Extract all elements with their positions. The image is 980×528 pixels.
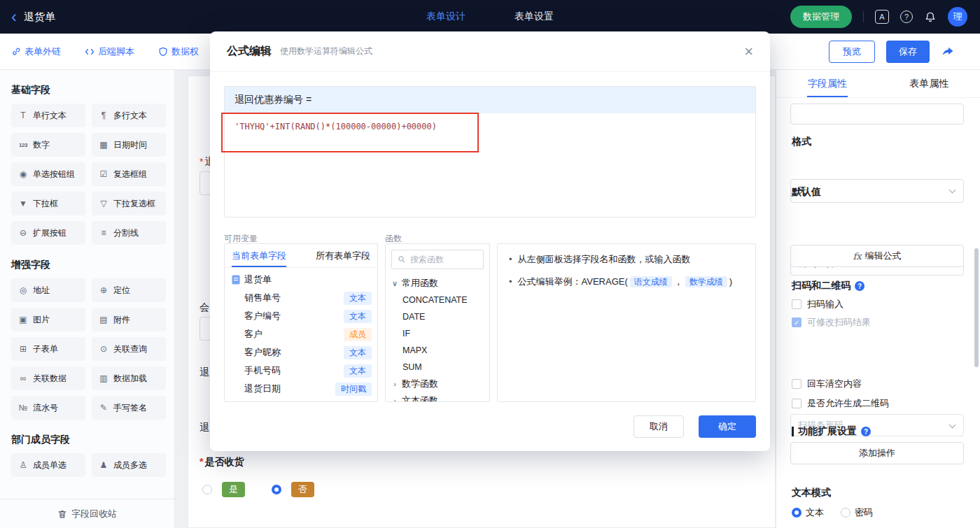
field-serial-number[interactable]: №流水号 <box>11 396 85 420</box>
enter-clear-label: 回车清空内容 <box>807 378 862 390</box>
field-linked-data[interactable]: ∞关联数据 <box>11 366 85 390</box>
topbar-right: 数据管理 A ? 理 <box>790 6 980 28</box>
function-item[interactable]: CONCATENATE <box>386 292 489 308</box>
formula-editor: 退回优惠券编号 = 'THYHQ'+INT(RAND()*(100000-000… <box>224 86 756 217</box>
help-icon[interactable]: ? <box>900 10 913 23</box>
variable-item[interactable]: 客户昵称文本 <box>225 343 377 362</box>
checkbox-unchecked[interactable] <box>792 299 802 309</box>
function-group-math[interactable]: › 数学函数 <box>386 376 489 392</box>
field-location[interactable]: ⊕定位 <box>92 278 166 302</box>
field-dropdown[interactable]: ▼下拉框 <box>11 192 85 215</box>
formula-code-area[interactable]: 'THYHQ'+INT(RAND()*(100000-00000)+00000) <box>225 113 755 217</box>
field-divider[interactable]: ≡分割线 <box>92 221 166 245</box>
radio-no-selected[interactable] <box>272 485 281 494</box>
example-field-chip: 数学成绩 <box>685 276 727 287</box>
field-label: 地址 <box>33 285 50 297</box>
translate-icon[interactable]: A <box>875 10 889 24</box>
bell-icon[interactable] <box>924 10 937 23</box>
field-subform[interactable]: ⊞子表单 <box>11 337 85 361</box>
cancel-button[interactable]: 取消 <box>634 415 684 438</box>
avatar[interactable]: 理 <box>948 7 967 27</box>
form-external-link[interactable]: 表单外链 <box>11 45 61 58</box>
tab-all-form-fields[interactable]: 所有表单字段 <box>316 244 370 267</box>
attachment-icon: ▤ <box>98 315 109 324</box>
backend-script-link[interactable]: 后端脚本 <box>85 45 134 58</box>
form-node[interactable]: 退货单 <box>225 271 377 289</box>
variable-item[interactable]: 手机号码文本 <box>225 362 377 380</box>
function-item[interactable]: DATE <box>386 308 489 325</box>
field-attachment[interactable]: ▤附件 <box>92 308 166 331</box>
close-icon[interactable]: × <box>744 44 753 59</box>
help-circle-icon[interactable]: ? <box>861 427 871 436</box>
field-extend-button[interactable]: ⊖扩展按钮 <box>11 221 85 245</box>
help-circle-icon[interactable]: ? <box>855 281 864 291</box>
back-icon[interactable]: ‹ <box>11 8 17 25</box>
tab-current-form-fields[interactable]: 当前表单字段 <box>232 244 286 267</box>
radio-selected[interactable] <box>792 508 802 518</box>
share-icon[interactable] <box>941 45 955 59</box>
data-manage-button[interactable]: 数据管理 <box>790 6 852 28</box>
field-multi-line-text[interactable]: ¶多行文本 <box>92 104 166 127</box>
field-label: 复选框组 <box>113 169 147 180</box>
formula-edit-modal: 公式编辑 使用数学运算符编辑公式 × 退回优惠券编号 = 'THYHQ'+INT… <box>210 31 770 451</box>
field-data-loading[interactable]: ▥数据加载 <box>92 366 166 390</box>
variable-item[interactable]: 销售单号文本 <box>225 289 377 307</box>
function-group-label: 数学函数 <box>402 378 438 390</box>
preview-button[interactable]: 预览 <box>829 41 875 63</box>
checkbox-unchecked[interactable] <box>792 399 802 408</box>
scan-input-checkbox-row[interactable]: 扫码输入 <box>792 298 844 311</box>
variable-item[interactable]: 退货日期时间戳 <box>225 380 377 398</box>
allow-qr-checkbox-row[interactable]: 是否允许生成二维码 <box>792 397 889 410</box>
field-linked-query[interactable]: ⊙关联查询 <box>92 337 166 361</box>
field-number[interactable]: 123数字 <box>11 133 85 157</box>
panel-scrollbar[interactable] <box>974 248 979 367</box>
save-button[interactable]: 保存 <box>886 41 930 63</box>
function-search-input[interactable] <box>410 255 473 264</box>
field-checkbox-group[interactable]: ☑复选框组 <box>92 162 166 186</box>
field-single-line-text[interactable]: T单行文本 <box>11 104 85 127</box>
function-item[interactable]: IF <box>386 325 489 342</box>
mode-option-text[interactable]: 文本 <box>792 506 824 519</box>
edit-formula-button[interactable]: fx 编辑公式 <box>790 245 964 267</box>
function-group-common[interactable]: ∨ 常用函数 <box>386 275 489 292</box>
clipped-field-label: 会 <box>200 301 209 314</box>
scan-editable-checkbox-row[interactable]: 可修改扫码结果 <box>792 316 871 329</box>
enter-clear-checkbox-row[interactable]: 回车清空内容 <box>792 378 862 390</box>
data-permission-link[interactable]: 数据权 <box>158 45 199 58</box>
add-action-button[interactable]: 添加操作 <box>790 442 964 464</box>
field-member-single[interactable]: ♙成员单选 <box>11 453 85 477</box>
checkbox-unchecked[interactable] <box>792 379 802 389</box>
yes-option-pill[interactable]: 是 <box>222 482 245 497</box>
field-datetime[interactable]: ▦日期时间 <box>92 133 166 157</box>
field-radio-group[interactable]: ◉单选按钮组 <box>11 162 85 186</box>
radio-yes[interactable] <box>202 485 212 494</box>
function-group-text[interactable]: › 文本函数 <box>386 392 489 402</box>
modal-header: 公式编辑 使用数学运算符编辑公式 × <box>210 31 770 72</box>
field-signature[interactable]: ✎手写签名 <box>92 396 166 420</box>
tab-form-properties[interactable]: 表单属性 <box>878 70 980 97</box>
tab-form-settings[interactable]: 表单设置 <box>514 10 554 23</box>
function-item[interactable]: SUM <box>386 359 489 376</box>
field-member-multi[interactable]: ♟成员多选 <box>92 453 166 477</box>
tab-field-properties[interactable]: 字段属性 <box>776 70 878 97</box>
function-search[interactable] <box>391 250 484 269</box>
radio-unselected[interactable] <box>841 508 850 518</box>
mode-option-password[interactable]: 密码 <box>841 506 873 519</box>
enhanced-fields-grid: ◎地址 ⊕定位 ▣图片 ▤附件 ⊞子表单 ⊙关联查询 ∞关联数据 ▥数据加载 №… <box>11 278 166 420</box>
confirm-button[interactable]: 确定 <box>699 415 756 438</box>
checkbox-checked[interactable] <box>792 317 802 327</box>
tab-form-design[interactable]: 表单设计 <box>426 10 465 23</box>
function-item[interactable]: MAPX <box>386 342 489 359</box>
variable-item[interactable]: 客户成员 <box>225 325 377 343</box>
field-image[interactable]: ▣图片 <box>11 308 85 331</box>
field-multi-dropdown[interactable]: ▽下拉复选框 <box>92 192 166 215</box>
formula-target-field: 退回优惠券编号 = <box>225 87 755 113</box>
topbar-left: ‹ 退货单 <box>0 8 182 25</box>
variable-item[interactable]: 客户编号文本 <box>225 307 377 325</box>
field-recycle-bin[interactable]: 字段回收站 <box>0 499 174 528</box>
field-title-input[interactable] <box>790 104 964 124</box>
no-option-pill[interactable]: 否 <box>291 482 314 497</box>
scan-input-label: 扫码输入 <box>807 298 844 311</box>
field-address[interactable]: ◎地址 <box>11 278 85 302</box>
field-label: 分割线 <box>113 227 139 239</box>
